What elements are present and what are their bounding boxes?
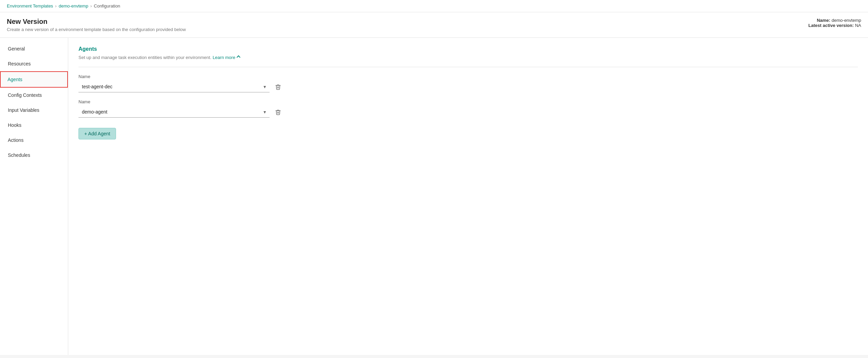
agent-2-select-wrapper: demo-agent ▼ <box>78 106 270 118</box>
sidebar-label-general: General <box>8 46 25 51</box>
breadcrumb-separator-2: › <box>90 3 92 9</box>
sidebar-label-input-variables: Input Variables <box>8 107 39 113</box>
sidebar-label-hooks: Hooks <box>8 122 21 128</box>
agent-2-delete-button[interactable] <box>274 107 283 117</box>
page-title: New Version <box>7 18 186 26</box>
trash-icon-2 <box>275 109 281 116</box>
agent-1-select[interactable]: test-agent-dec <box>78 81 270 92</box>
header-name-label: Name: <box>817 18 830 23</box>
sidebar-item-config-contexts[interactable]: Config Contexts <box>0 88 68 103</box>
section-divider <box>78 67 858 67</box>
content-area: Agents Set up and manage task execution … <box>68 38 868 355</box>
trash-icon <box>275 84 281 90</box>
header-version-label: Latest active version: <box>808 23 854 28</box>
sidebar-label-config-contexts: Config Contexts <box>8 92 42 98</box>
header-name-value: demo-envtemp <box>831 18 861 23</box>
sidebar-item-schedules[interactable]: Schedules <box>0 148 68 163</box>
breadcrumb-separator-1: › <box>55 3 57 9</box>
add-agent-button[interactable]: + Add Agent <box>78 128 116 139</box>
agents-section-title: Agents <box>78 46 858 52</box>
agent-1-select-row: test-agent-dec ▼ <box>78 81 858 92</box>
learn-more-link[interactable]: Learn more <box>213 55 235 60</box>
agent-2-select-row: demo-agent ▼ <box>78 106 858 118</box>
learn-more-arrow-icon <box>237 55 241 59</box>
agent-1-field-label: Name <box>78 74 858 79</box>
agent-row-2: Name demo-agent ▼ <box>78 99 858 118</box>
sidebar-item-input-variables[interactable]: Input Variables <box>0 103 68 118</box>
header-name: Name: demo-envtemp <box>808 18 861 23</box>
sidebar: General Resources Agents Config Contexts… <box>0 38 68 355</box>
sidebar-item-resources[interactable]: Resources <box>0 56 68 71</box>
header-version-value: NA <box>855 23 861 28</box>
sidebar-item-hooks[interactable]: Hooks <box>0 118 68 133</box>
breadcrumb-demo-envtemp[interactable]: demo-envtemp <box>59 3 88 9</box>
agent-2-field-label: Name <box>78 99 858 104</box>
agent-1-delete-button[interactable] <box>274 82 283 92</box>
main-layout: General Resources Agents Config Contexts… <box>0 38 868 355</box>
sidebar-item-actions[interactable]: Actions <box>0 133 68 148</box>
agent-1-select-wrapper: test-agent-dec ▼ <box>78 81 270 92</box>
breadcrumb: Environment Templates › demo-envtemp › C… <box>0 0 868 12</box>
page-description: Create a new version of a environment te… <box>7 27 186 32</box>
sidebar-label-agents: Agents <box>8 77 23 82</box>
agents-desc-text: Set up and manage task execution entitie… <box>78 55 212 60</box>
sidebar-item-general[interactable]: General <box>0 41 68 56</box>
header-version: Latest active version: NA <box>808 23 861 28</box>
header-left: New Version Create a new version of a en… <box>7 18 186 32</box>
sidebar-label-actions: Actions <box>8 137 24 143</box>
breadcrumb-environment-templates[interactable]: Environment Templates <box>7 3 53 9</box>
sidebar-label-resources: Resources <box>8 61 31 66</box>
sidebar-label-schedules: Schedules <box>8 152 30 158</box>
breadcrumb-configuration: Configuration <box>94 3 120 9</box>
header-meta: Name: demo-envtemp Latest active version… <box>808 18 861 28</box>
sidebar-item-agents[interactable]: Agents <box>0 71 68 88</box>
agent-row-1: Name test-agent-dec ▼ <box>78 74 858 92</box>
agents-section-desc: Set up and manage task execution entitie… <box>78 55 858 60</box>
page-header: New Version Create a new version of a en… <box>0 12 868 38</box>
agent-2-select[interactable]: demo-agent <box>78 106 270 118</box>
